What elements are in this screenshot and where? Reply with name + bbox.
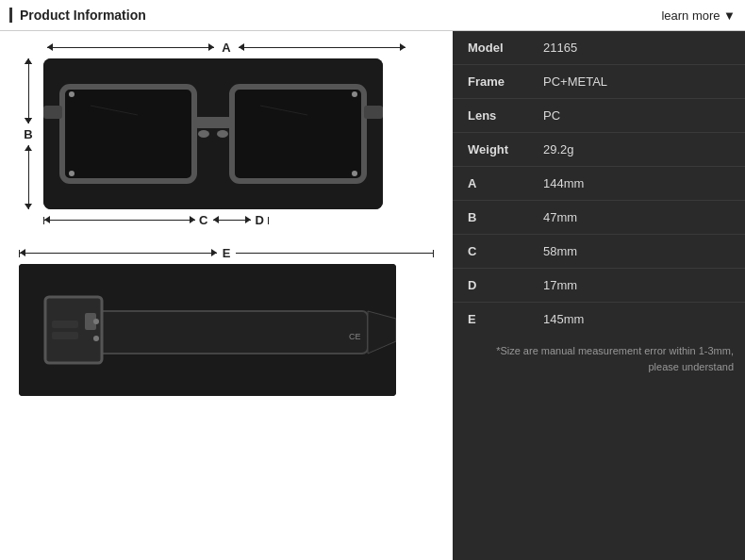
svg-point-22 — [93, 319, 99, 324]
spec-key: Lens — [468, 108, 543, 123]
svg-text:CE: CE — [349, 332, 361, 341]
spec-key: D — [468, 278, 543, 292]
dimension-e-line: E — [19, 246, 434, 260]
spec-row-b: B 47mm — [453, 201, 745, 235]
spec-key: C — [468, 244, 543, 258]
spec-row-e: E 145mm — [453, 303, 745, 336]
spec-value: 17mm — [543, 278, 730, 292]
dimension-d-line: D — [213, 213, 268, 227]
measurement-note: *Size are manual measurement error withi… — [453, 336, 745, 378]
main-content: A B — [0, 31, 745, 560]
svg-rect-20 — [52, 321, 78, 328]
svg-point-4 — [198, 130, 209, 138]
left-panel: A B — [0, 31, 453, 560]
spec-key: E — [468, 312, 543, 326]
svg-point-9 — [69, 171, 74, 176]
glasses-front-image — [43, 58, 383, 209]
svg-point-5 — [217, 130, 228, 138]
dim-a-label: A — [222, 41, 230, 55]
dim-b-arrow-bottom — [28, 145, 29, 210]
svg-point-23 — [93, 336, 99, 341]
svg-rect-7 — [364, 106, 383, 119]
right-panel: Model 21165 Frame PC+METAL Lens PC Weigh… — [453, 31, 745, 560]
dim-d-arrow — [213, 220, 251, 221]
dim-c-label: C — [199, 213, 207, 227]
svg-rect-3 — [194, 117, 232, 128]
spec-value: 145mm — [543, 312, 730, 326]
spec-key: B — [468, 210, 543, 224]
svg-point-8 — [69, 91, 74, 97]
front-view-diagram: A B — [19, 41, 434, 227]
page-title: Product Information — [9, 8, 146, 23]
spec-row-frame: Frame PC+METAL — [453, 65, 745, 99]
spec-value: 29.2g — [543, 142, 730, 156]
dim-d-label: D — [255, 213, 263, 227]
dim-e-label: E — [223, 246, 231, 260]
spec-value: PC — [543, 108, 730, 123]
glasses-side-image: CE — [19, 264, 396, 396]
spec-key: Frame — [468, 74, 543, 89]
spec-row-a: A 144mm — [453, 167, 745, 201]
dim-e-arrow — [20, 253, 217, 254]
dim-a-arrow-left — [47, 47, 214, 48]
dimension-b-line: B — [19, 58, 38, 209]
svg-rect-1 — [62, 87, 194, 181]
dim-b-arrow — [28, 58, 29, 124]
svg-rect-6 — [43, 106, 62, 119]
spec-value: PC+METAL — [543, 74, 730, 89]
spec-row-weight: Weight 29.2g — [453, 133, 745, 167]
spec-key: Model — [468, 41, 543, 55]
learn-more-button[interactable]: learn more ▼ — [661, 8, 736, 23]
dim-b-label: B — [24, 127, 32, 141]
svg-rect-2 — [232, 87, 364, 181]
spec-table: Model 21165 Frame PC+METAL Lens PC Weigh… — [453, 31, 745, 336]
spec-key: Weight — [468, 142, 543, 156]
svg-point-11 — [352, 171, 357, 176]
spec-key: A — [468, 176, 543, 190]
spec-value: 58mm — [543, 244, 730, 258]
spec-row-c: C 58mm — [453, 235, 745, 269]
spec-row-lens: Lens PC — [453, 99, 745, 133]
svg-point-10 — [352, 91, 357, 97]
dim-c-arrow — [44, 220, 195, 221]
spec-value: 144mm — [543, 176, 730, 190]
spec-value: 21165 — [543, 41, 730, 55]
dimension-a-line: A — [19, 41, 434, 55]
spec-row-model: Model 21165 — [453, 31, 745, 65]
side-view-diagram: E CE — [19, 246, 434, 396]
header: Product Information learn more ▼ — [0, 0, 745, 31]
dimension-c-line: C — [43, 213, 211, 227]
dim-a-arrow-right — [239, 47, 406, 48]
svg-rect-21 — [52, 332, 78, 339]
spec-value: 47mm — [543, 210, 730, 224]
dimension-cd-row: C D — [19, 213, 434, 227]
spec-row-d: D 17mm — [453, 269, 745, 303]
